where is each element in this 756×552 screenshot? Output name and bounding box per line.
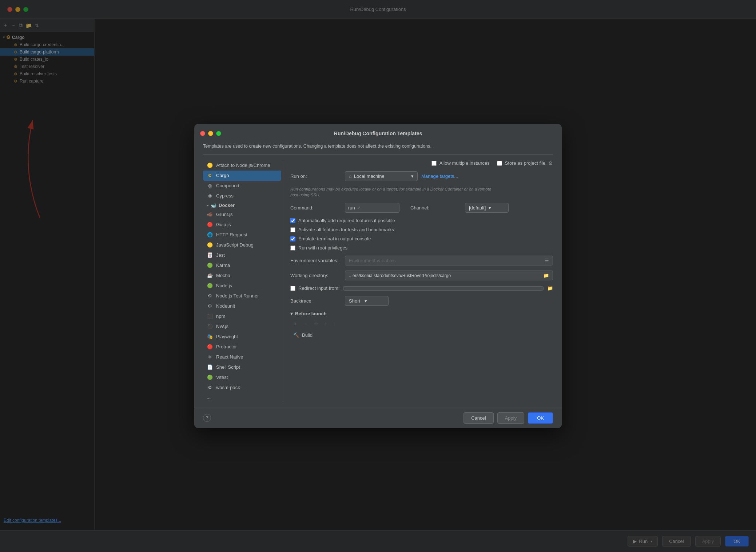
channel-dropdown[interactable]: [default] ▾ <box>465 203 509 213</box>
compound-icon: ◎ <box>207 183 213 189</box>
nodejs-test-icon: ⚙ <box>207 293 213 299</box>
auto-add-checkbox[interactable] <box>290 218 295 223</box>
run-on-dropdown[interactable]: ⌂ Local machine ▾ <box>345 171 418 181</box>
emulate-terminal-checkbox[interactable] <box>290 236 295 241</box>
allow-multiple-checkbox[interactable] <box>431 161 437 166</box>
modal-maximize-button[interactable] <box>216 131 221 136</box>
list-item-wasm-pack[interactable]: ⚙ wasm-pack <box>203 383 281 393</box>
http-icon: 🌐 <box>207 232 213 238</box>
command-value: run <box>348 205 355 211</box>
emulate-terminal-row: Emulate terminal in output console <box>290 236 553 241</box>
store-project-checkbox[interactable] <box>497 161 502 166</box>
redirect-input[interactable] <box>343 286 544 291</box>
grunt-icon: 🐗 <box>207 211 213 218</box>
list-label-jsdebug: JavaScript Debug <box>216 242 254 248</box>
list-label-cargo: Cargo <box>216 173 229 178</box>
bl-remove-icon[interactable]: － <box>302 320 310 328</box>
working-dir-browse-icon[interactable]: 📁 <box>543 273 549 278</box>
list-label-compound: Compound <box>216 183 239 188</box>
list-label-shell: Shell Script <box>216 364 240 370</box>
list-item-playwright[interactable]: 🎭 Playwright <box>203 332 281 342</box>
env-vars-input[interactable]: Environment variables ☰ <box>345 256 553 265</box>
redirect-label: Redirect input from: <box>298 285 339 291</box>
shell-icon: 📄 <box>207 364 213 371</box>
list-label-npm: npm <box>216 313 225 319</box>
command-label: Command: <box>290 205 341 211</box>
root-privileges-checkbox[interactable] <box>290 245 295 251</box>
before-launch-header[interactable]: ▾ Before launch <box>290 311 553 316</box>
attach-node-icon: 🟡 <box>207 162 213 169</box>
list-item-more[interactable]: ... <box>203 393 281 402</box>
npm-icon: ⬛ <box>207 313 213 320</box>
list-item-npm[interactable]: ⬛ npm <box>203 311 281 321</box>
list-item-compound[interactable]: ◎ Compound <box>203 181 281 191</box>
modal-apply-button[interactable]: Apply <box>497 412 525 424</box>
list-label-wasm: wasm-pack <box>216 385 240 390</box>
list-item-nodeunit[interactable]: ⚙ Nodeunit <box>203 301 281 311</box>
modal-ok-button[interactable]: OK <box>528 412 553 424</box>
list-item-jest[interactable]: 🃏 Jest <box>203 250 281 260</box>
modal-help-button[interactable]: ? <box>203 414 211 422</box>
modal-dialog: Run/Debug Configuration Templates Templa… <box>194 124 562 428</box>
list-item-react-native[interactable]: ⚛ React Native <box>203 352 281 362</box>
bl-down-icon[interactable]: ↓ <box>331 320 337 328</box>
docker-icon: 🐋 <box>211 203 216 208</box>
jest-icon: 🃏 <box>207 252 213 259</box>
emulate-terminal-label: Emulate terminal in output console <box>298 236 371 241</box>
run-on-arrow: ▾ <box>411 173 414 179</box>
list-item-shell[interactable]: 📄 Shell Script <box>203 362 281 372</box>
modal-close-button[interactable] <box>200 131 205 136</box>
list-item-protractor[interactable]: 🔴 Protractor <box>203 342 281 352</box>
modal-footer: ? Cancel Apply OK <box>194 408 562 428</box>
list-item-http[interactable]: 🌐 HTTP Request <box>203 230 281 240</box>
list-item-grunt[interactable]: 🐗 Grunt.js <box>203 209 281 220</box>
backtrace-dropdown[interactable]: Short ▾ <box>345 296 389 306</box>
list-item-nodejs-test[interactable]: ⚙ Node.js Test Runner <box>203 291 281 301</box>
redirect-browse-icon[interactable]: 📁 <box>547 285 553 291</box>
list-item-nwjs[interactable]: ⚫ NW.js <box>203 321 281 332</box>
env-browse-icon[interactable]: ☰ <box>545 258 549 263</box>
list-item-attach-node[interactable]: 🟡 Attach to Node.js/Chrome <box>203 160 281 171</box>
list-item-jsdebug[interactable]: 🟡 JavaScript Debug <box>203 240 281 250</box>
modal-titlebar: Run/Debug Configuration Templates <box>194 124 562 143</box>
modal-minimize-button[interactable] <box>208 131 213 136</box>
store-project-label: Store as project file <box>505 160 545 166</box>
redirect-checkbox[interactable] <box>290 286 295 291</box>
channel-label: Channel: <box>410 205 461 211</box>
before-launch-item-build: 🔨 Build <box>290 331 553 339</box>
react-native-icon: ⚛ <box>207 354 213 360</box>
backtrace-value: Short <box>349 298 360 304</box>
list-item-vitest[interactable]: 🟢 Vitest <box>203 372 281 383</box>
command-input[interactable]: run ⤢ <box>345 203 399 213</box>
docker-chevron-icon: ▸ <box>207 203 208 207</box>
jsdebug-icon: 🟡 <box>207 242 213 248</box>
list-label-nwjs: NW.js <box>216 324 228 329</box>
working-dir-value: ...ers/ksenia.starodubtseva/RustRoverPro… <box>349 273 451 278</box>
modal-cancel-button[interactable]: Cancel <box>463 412 493 424</box>
list-item-nodejs[interactable]: 🟢 Node.js <box>203 281 281 291</box>
list-item-mocha[interactable]: ☕ Mocha <box>203 271 281 281</box>
env-vars-placeholder: Environment variables <box>349 258 396 263</box>
command-row: Command: run ⤢ Channel: [default] ▾ <box>290 203 553 213</box>
manage-targets-link[interactable]: Manage targets... <box>421 173 458 179</box>
before-launch-section: ▾ Before launch ＋ － ✏ ↑ ↓ 🔨 Build <box>290 311 553 339</box>
list-item-docker[interactable]: ▸ 🐋 Docker <box>203 201 281 209</box>
bl-add-icon[interactable]: ＋ <box>291 320 299 328</box>
activate-tests-checkbox[interactable] <box>290 227 295 232</box>
run-on-row: Run on: ⌂ Local machine ▾ Manage targets… <box>290 171 553 181</box>
expand-icon[interactable]: ⤢ <box>357 205 361 210</box>
channel-value: [default] <box>469 205 486 211</box>
list-label-jest: Jest <box>216 252 225 258</box>
gear-icon[interactable]: ⚙ <box>548 160 553 166</box>
list-label-more: ... <box>207 395 211 400</box>
nwjs-icon: ⚫ <box>207 323 213 330</box>
channel-arrow: ▾ <box>489 205 491 211</box>
list-item-cypress[interactable]: ⊗ Cypress <box>203 191 281 201</box>
working-dir-input[interactable]: ...ers/ksenia.starodubtseva/RustRoverPro… <box>345 271 553 280</box>
bl-up-icon[interactable]: ↑ <box>323 320 329 328</box>
list-item-gulp[interactable]: 🔴 Gulp.js <box>203 220 281 230</box>
bl-edit-icon[interactable]: ✏ <box>313 320 320 328</box>
list-item-karma[interactable]: 🟢 Karma <box>203 260 281 271</box>
root-privileges-row: Run with root privileges <box>290 245 553 251</box>
list-item-cargo[interactable]: ⚙ Cargo <box>203 171 281 181</box>
